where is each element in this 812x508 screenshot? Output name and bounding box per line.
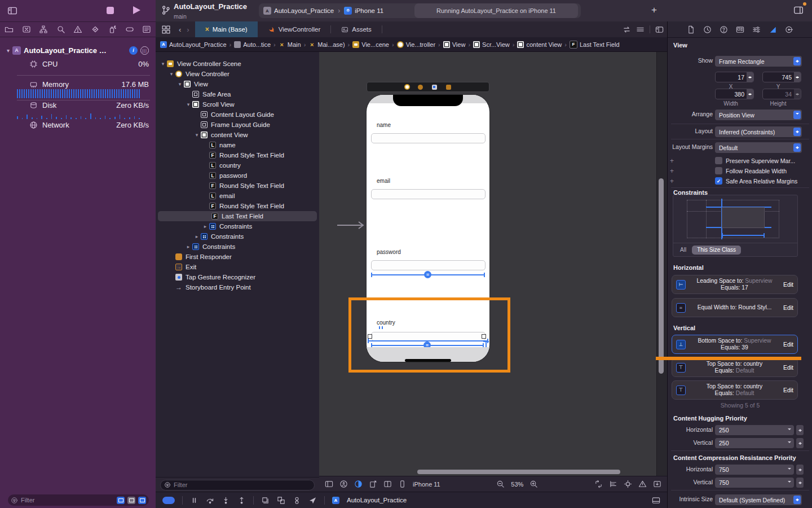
source-control-navigator-icon[interactable] — [22, 25, 31, 34]
exit-dock-icon[interactable] — [446, 85, 451, 90]
disclosure-chevron[interactable]: ▸ — [184, 244, 192, 249]
disclosure-chevron[interactable]: ▾ — [7, 47, 10, 54]
debug-process-name[interactable]: AutoLayout_Practice — [347, 497, 407, 503]
tab-assets[interactable]: Assets — [331, 21, 382, 37]
history-inspector-icon[interactable] — [703, 25, 712, 34]
edit-constraint-button[interactable]: Edit — [783, 341, 793, 348]
priority-combo[interactable]: 750 — [715, 465, 794, 475]
accessibility-icon[interactable] — [339, 480, 348, 488]
breadcrumb-item[interactable]: ×Mai...ase) — [308, 41, 345, 48]
outline-row-exit[interactable]: →Exit — [156, 262, 319, 272]
priority-combo[interactable]: 750 — [715, 478, 794, 488]
add-constraint-plus[interactable]: + — [670, 177, 674, 185]
filter-gauge-toggle-1[interactable] — [117, 497, 125, 504]
outline-row-view-controller[interactable]: ▾View Controller — [156, 69, 319, 79]
disclosure-chevron[interactable]: ▸ — [193, 234, 201, 239]
pause-icon[interactable] — [190, 496, 198, 505]
disclosure-chevron[interactable]: ▾ — [184, 102, 192, 107]
gauges-badge[interactable]: ||| — [140, 46, 149, 55]
constraint-card[interactable]: ⊤Top Space to: countryEquals: DefaultEdi… — [672, 358, 798, 377]
disk-gauge-row[interactable]: Disk Zero KB/s — [29, 100, 149, 110]
back-button[interactable]: ‹ — [179, 25, 181, 34]
constraint-card[interactable]: ⊥Bottom Space to: SuperviewEquals: 39Edi… — [672, 335, 798, 354]
outline-row-round-style-text-field[interactable]: FRound Style Text Field — [156, 201, 319, 211]
zoom-level[interactable]: 53% — [511, 481, 523, 488]
name-text-field[interactable] — [371, 133, 486, 143]
breadcrumb-item[interactable]: ×Main — [279, 41, 301, 48]
info-badge[interactable]: i — [129, 46, 138, 55]
debug-navigator-icon[interactable] — [108, 25, 117, 34]
identity-inspector-icon[interactable] — [736, 25, 744, 34]
priority-stepper[interactable] — [796, 478, 804, 488]
outline-row-constraints[interactable]: ▸Constraints — [156, 242, 319, 252]
tab-main-storyboard[interactable]: × Main (Base) — [195, 21, 258, 37]
add-editor-icon[interactable] — [655, 25, 664, 34]
orientation-icon[interactable] — [369, 480, 377, 488]
appearance-toggle-icon[interactable] — [354, 480, 363, 488]
breadcrumb-item[interactable]: FLast Text Field — [570, 41, 620, 49]
edit-constraint-button[interactable]: Edit — [783, 364, 793, 371]
add-constraints-icon[interactable] — [624, 480, 632, 488]
constraint-card[interactable]: ⊤Top Space to: countryEquals: DefaultEdi… — [672, 380, 798, 400]
outline-row-country[interactable]: Lcountry — [156, 160, 319, 170]
connections-inspector-icon[interactable] — [785, 25, 793, 34]
priority-combo[interactable]: 250 — [715, 438, 794, 448]
navigator-filter-field[interactable]: Filter — [8, 494, 149, 506]
cpu-gauge-row[interactable]: CPU 0% — [29, 59, 149, 69]
console-toggle-icon[interactable] — [652, 496, 660, 505]
view-controller-dock-icon[interactable] — [405, 85, 409, 89]
outline-row-safe-area[interactable]: Safe Area — [156, 89, 319, 99]
outline-row-storyboard-entry-point[interactable]: →Storyboard Entry Point — [156, 282, 319, 292]
priority-combo[interactable]: 250 — [715, 425, 794, 435]
breadcrumb-item[interactable]: Vie...cene — [352, 41, 389, 48]
add-constraint-plus[interactable]: + — [670, 167, 674, 175]
size-inspector-icon[interactable] — [769, 25, 777, 34]
device-icon[interactable] — [398, 480, 407, 488]
outline-row-view[interactable]: ▾View — [156, 79, 319, 89]
outline-row-tap-gesture-recognizer[interactable]: Tap Gesture Recognizer — [156, 272, 319, 282]
breakpoint-navigator-icon[interactable] — [125, 25, 134, 34]
filter-gauge-toggle-2[interactable] — [127, 497, 135, 504]
edit-constraint-button[interactable]: Edit — [783, 387, 793, 393]
first-responder-dock-icon[interactable] — [418, 85, 423, 90]
outline-row-last-text-field[interactable]: FLast Text Field — [158, 211, 317, 221]
outline-row-view-controller-scene[interactable]: ▾View Controller Scene — [156, 59, 319, 69]
network-gauge-row[interactable]: Network Zero KB/s — [29, 120, 149, 130]
library-add-button[interactable]: + — [648, 5, 660, 16]
split-preview-icon[interactable] — [383, 480, 392, 488]
outline-row-frame-layout-guide[interactable]: Frame Layout Guide — [156, 120, 319, 130]
breadcrumb-item[interactable]: Scr...View — [473, 41, 510, 48]
show-dropdown[interactable]: Frame Rectangle — [715, 56, 802, 67]
intrinsic-size-dropdown[interactable]: Default (System Defined) — [715, 494, 802, 505]
dropdown-stepper[interactable] — [793, 128, 801, 136]
constraint-card[interactable]: ⊢Leading Space to: SuperviewEquals: 17Ed… — [672, 275, 798, 294]
attributes-inspector-icon[interactable] — [752, 25, 761, 34]
dropdown-stepper[interactable] — [793, 496, 801, 504]
tab-viewcontroller[interactable]: ViewController — [258, 21, 331, 37]
step-into-icon[interactable] — [222, 496, 230, 505]
canvas-vertical-scrollbar[interactable] — [659, 178, 664, 374]
constraint-card[interactable]: =Equal Width to: Round Styl...Edit — [672, 298, 798, 317]
forward-button[interactable]: › — [187, 25, 189, 34]
adjust-editor-icon[interactable] — [636, 25, 645, 34]
step-out-icon[interactable] — [237, 496, 246, 505]
breadcrumb-item[interactable]: View — [443, 41, 466, 48]
y-field[interactable]: 745 — [762, 72, 801, 82]
edit-constraint-button[interactable]: Edit — [783, 304, 793, 311]
help-inspector-icon[interactable] — [720, 25, 728, 34]
outline-row-constraints[interactable]: ▸Constraints — [156, 231, 319, 242]
outline-row-first-responder[interactable]: First Responder — [156, 252, 319, 262]
debug-session-row[interactable]: ▾ A AutoLayout_Practice … i ||| — [7, 44, 149, 56]
stop-button[interactable] — [107, 7, 114, 14]
zoom-out-icon[interactable] — [496, 480, 505, 488]
arrange-dropdown[interactable]: Position View — [715, 110, 802, 120]
resolve-autolayout-icon[interactable] — [638, 480, 647, 488]
layout-dropdown[interactable]: Inferred (Constraints) — [715, 126, 802, 137]
report-navigator-icon[interactable] — [142, 25, 151, 34]
password-text-field[interactable] — [371, 260, 486, 270]
width-stepper[interactable] — [747, 89, 753, 99]
x-stepper[interactable] — [747, 72, 753, 82]
outline-row-round-style-text-field[interactable]: FRound Style Text Field — [156, 181, 319, 191]
disclosure-chevron[interactable]: ▸ — [201, 224, 209, 229]
find-navigator-icon[interactable] — [56, 25, 65, 34]
